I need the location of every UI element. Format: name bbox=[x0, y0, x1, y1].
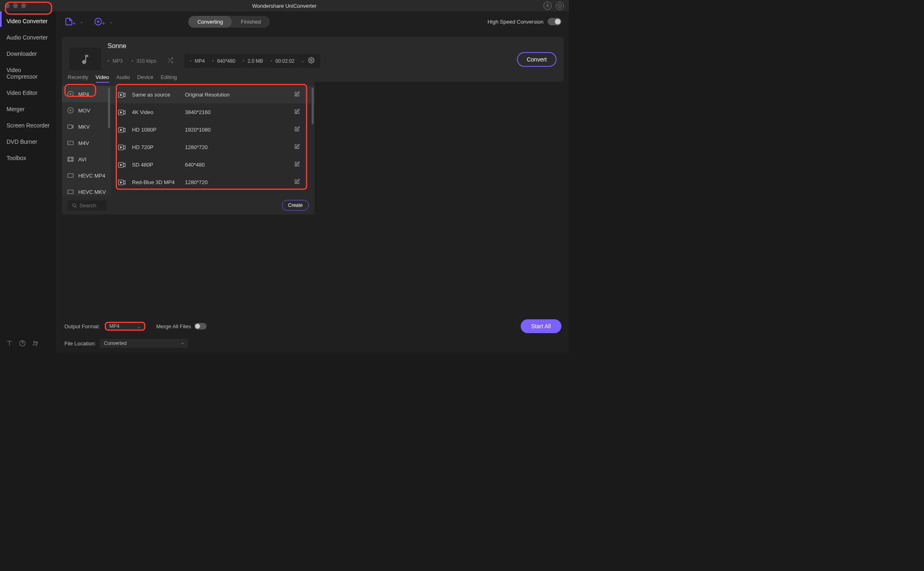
format-mp4[interactable]: MP4 bbox=[62, 86, 111, 102]
src-bitrate: 320 kbps bbox=[132, 58, 156, 64]
format-avi[interactable]: AVI bbox=[62, 151, 111, 167]
format-mkv[interactable]: MKV bbox=[62, 119, 111, 135]
svg-point-4 bbox=[36, 342, 38, 344]
svg-point-3 bbox=[34, 341, 36, 343]
sidebar-item-merger[interactable]: Merger bbox=[0, 101, 57, 117]
community-icon[interactable] bbox=[32, 340, 39, 349]
sidebar: Video Converter Audio Converter Download… bbox=[0, 11, 57, 353]
format-hevc-mp4[interactable]: HEVC MP4 bbox=[62, 167, 111, 184]
scrollbar[interactable] bbox=[108, 88, 110, 128]
dest-info: MP4 640*480 2.0 MB 00:02:02 bbox=[184, 54, 321, 68]
dst-duration: 00:02:02 bbox=[271, 58, 295, 64]
tab-recently[interactable]: Recently bbox=[68, 74, 88, 83]
sidebar-item-video-converter[interactable]: Video Converter bbox=[0, 13, 57, 29]
file-location-label: File Location: bbox=[64, 340, 96, 347]
tab-converting[interactable]: Converting bbox=[188, 16, 232, 28]
preset-row[interactable]: HD 720P 1280*720 bbox=[111, 138, 315, 156]
bottom-bar: Output Format: MP4 Merge All Files Start… bbox=[57, 316, 569, 353]
dst-format: MP4 bbox=[190, 58, 205, 64]
edit-icon[interactable] bbox=[293, 144, 307, 151]
preset-row[interactable]: Red-Blue 3D MP4 1280*720 bbox=[111, 173, 315, 191]
close-window-button[interactable] bbox=[5, 3, 10, 8]
file-location-select[interactable]: Converted bbox=[100, 339, 188, 348]
tab-video[interactable]: Video bbox=[96, 74, 109, 83]
titlebar: Wondershare UniConverter bbox=[0, 0, 569, 11]
feedback-icon[interactable] bbox=[556, 2, 564, 10]
segmented-control: Converting Finished bbox=[188, 16, 270, 28]
merge-label: Merge All Files bbox=[156, 323, 191, 329]
output-format-label: Output Format: bbox=[64, 323, 100, 329]
edit-icon[interactable] bbox=[293, 91, 307, 98]
format-mov[interactable]: MOV bbox=[62, 102, 111, 119]
minimize-window-button[interactable] bbox=[13, 3, 18, 8]
preset-row[interactable]: 4K Video 3840*2160 bbox=[111, 103, 315, 121]
sidebar-item-screen-recorder[interactable]: Screen Recorder bbox=[0, 117, 57, 134]
video-icon bbox=[118, 180, 125, 185]
toolbar: + ⌄ + ⌄ Converting Finished High Speed C… bbox=[57, 11, 569, 32]
sidebar-item-video-compressor[interactable]: Video Compressor bbox=[0, 62, 57, 85]
account-icon[interactable] bbox=[543, 2, 552, 10]
traffic-lights bbox=[5, 3, 26, 8]
gear-icon[interactable] bbox=[302, 57, 315, 65]
tab-audio[interactable]: Audio bbox=[117, 74, 130, 83]
edit-icon[interactable] bbox=[293, 109, 307, 116]
video-icon bbox=[118, 127, 125, 133]
tab-device[interactable]: Device bbox=[137, 74, 154, 83]
maximize-window-button[interactable] bbox=[21, 3, 26, 8]
svg-point-10 bbox=[68, 108, 73, 113]
main-panel: + ⌄ + ⌄ Converting Finished High Speed C… bbox=[57, 11, 569, 353]
high-speed-label: High Speed Conversion bbox=[488, 19, 543, 25]
search-input-wrap bbox=[68, 200, 107, 211]
svg-point-5 bbox=[95, 18, 102, 25]
svg-point-6 bbox=[97, 21, 99, 22]
svg-rect-15 bbox=[68, 174, 73, 178]
task-title: Sonne bbox=[108, 42, 510, 50]
edit-icon[interactable] bbox=[293, 179, 307, 186]
video-icon bbox=[118, 145, 125, 150]
svg-point-23 bbox=[73, 204, 76, 207]
add-file-button[interactable]: + ⌄ bbox=[64, 17, 83, 26]
sidebar-item-dvd-burner[interactable]: DVD Burner bbox=[0, 134, 57, 150]
help-icon[interactable] bbox=[19, 340, 26, 349]
svg-rect-14 bbox=[68, 157, 73, 162]
svg-rect-16 bbox=[68, 190, 73, 194]
format-preset-list: Same as source Original Resolution 4K Vi… bbox=[111, 86, 315, 196]
preset-row[interactable]: Same as source Original Resolution bbox=[111, 86, 315, 103]
sidebar-item-toolbox[interactable]: Toolbox bbox=[0, 150, 57, 166]
svg-point-9 bbox=[70, 94, 71, 95]
format-hevc-mkv[interactable]: HEVC MKV bbox=[62, 184, 111, 196]
svg-point-0 bbox=[547, 4, 548, 6]
sidebar-item-video-editor[interactable]: Video Editor bbox=[0, 85, 57, 101]
tutorial-icon[interactable] bbox=[6, 340, 13, 349]
sidebar-item-downloader[interactable]: Downloader bbox=[0, 46, 57, 62]
svg-point-8 bbox=[68, 91, 73, 97]
tab-editing[interactable]: Editing bbox=[161, 74, 177, 83]
format-m4v[interactable]: M4V bbox=[62, 135, 111, 151]
start-all-button[interactable]: Start All bbox=[521, 319, 561, 333]
add-dvd-button[interactable]: + ⌄ bbox=[94, 17, 112, 26]
svg-point-7 bbox=[310, 59, 312, 61]
video-icon bbox=[118, 92, 125, 98]
create-button[interactable]: Create bbox=[282, 200, 309, 211]
chevron-down-icon: ⌄ bbox=[80, 20, 83, 24]
shuffle-icon bbox=[167, 57, 174, 65]
format-left-list: MP4 MOV MKV M4V bbox=[62, 86, 111, 196]
video-icon bbox=[118, 162, 125, 168]
svg-point-11 bbox=[70, 110, 71, 111]
scrollbar[interactable] bbox=[312, 88, 314, 124]
tab-finished[interactable]: Finished bbox=[232, 16, 270, 28]
edit-icon[interactable] bbox=[293, 126, 307, 133]
search-input[interactable] bbox=[79, 202, 102, 209]
dst-res: 640*480 bbox=[212, 58, 235, 64]
preset-row[interactable]: HD 1080P 1920*1080 bbox=[111, 121, 315, 138]
dst-size: 2.0 MB bbox=[243, 58, 263, 64]
sidebar-item-audio-converter[interactable]: Audio Converter bbox=[0, 29, 57, 46]
merge-toggle[interactable] bbox=[194, 323, 207, 329]
preset-row[interactable]: SD 480P 640*480 bbox=[111, 156, 315, 173]
video-icon bbox=[118, 110, 125, 115]
output-format-select[interactable]: MP4 bbox=[105, 322, 145, 331]
search-icon bbox=[72, 203, 77, 208]
high-speed-toggle[interactable] bbox=[548, 18, 561, 25]
convert-button[interactable]: Convert bbox=[517, 52, 557, 67]
edit-icon[interactable] bbox=[293, 161, 307, 168]
